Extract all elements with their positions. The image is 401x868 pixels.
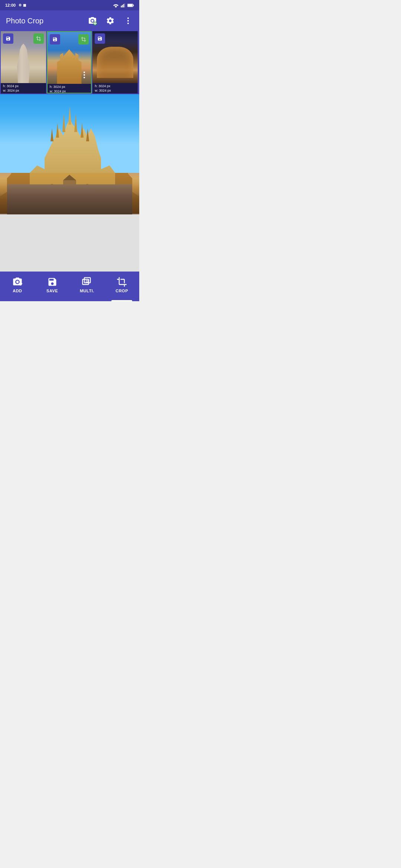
svg-point-10: [127, 23, 129, 24]
save-badge: [3, 33, 13, 44]
svg-rect-3: [124, 3, 125, 7]
svg-rect-0: [121, 6, 122, 7]
thumbnail-info: h: 3024 pxw: 3024 px: [92, 83, 138, 93]
multi-icon: [82, 277, 92, 287]
status-time: 12:00 ⚙ ▦: [5, 3, 26, 7]
svg-rect-6: [133, 4, 134, 6]
app-bar: Photo Crop: [0, 10, 139, 31]
svg-rect-21: [63, 180, 76, 203]
nav-add[interactable]: ADD: [0, 272, 35, 301]
thumbnail-item[interactable]: h: 3024 pxw: 3024 px: [1, 31, 46, 93]
cathedral-svg: [0, 94, 139, 214]
more-options-button[interactable]: [121, 13, 136, 28]
thumbnail-strip: h: 3024 pxw: 3024 px h: 3024 pxw: 3024 p…: [0, 31, 139, 94]
nav-crop[interactable]: CROP: [104, 272, 139, 301]
crop-badge: [78, 34, 89, 45]
save-badge: [50, 34, 60, 45]
settings-button[interactable]: [103, 13, 118, 28]
save-icon: [47, 277, 58, 287]
signal-icon: [120, 3, 125, 7]
save-badge: [95, 33, 105, 44]
crop-icon: [117, 277, 127, 287]
content-area: [0, 94, 139, 301]
nav-multi[interactable]: MULTI.: [70, 272, 105, 301]
thumbnail-more-button[interactable]: [80, 70, 89, 80]
more-vertical-icon: [124, 16, 133, 25]
add-photo-icon: [12, 277, 23, 287]
nav-save[interactable]: SAVE: [35, 272, 70, 301]
nav-add-label: ADD: [13, 289, 22, 293]
svg-rect-12: [0, 214, 139, 214]
nav-crop-label: CROP: [115, 289, 128, 293]
thumbnail-dimensions: h: 3024 pxw: 3024 px: [3, 84, 19, 93]
thumbnail-item[interactable]: h: 3024 pxw: 3024 px: [92, 31, 138, 93]
battery-icon: [127, 3, 134, 7]
add-icon-svg: [12, 277, 23, 287]
main-image: [0, 94, 139, 214]
svg-point-24: [83, 184, 92, 199]
status-bar: 12:00 ⚙ ▦: [0, 0, 139, 10]
wifi-icon: [113, 3, 118, 7]
add-photo-button[interactable]: [85, 13, 100, 28]
svg-rect-2: [123, 4, 124, 7]
svg-point-8: [127, 17, 129, 19]
thumbnail-info: h: 3024 pxw: 3024 px: [1, 83, 46, 93]
main-preview: [0, 94, 139, 214]
svg-rect-1: [122, 5, 123, 7]
svg-point-23: [48, 184, 56, 199]
bottom-nav: ADD SAVE MULTI. CROP: [0, 272, 139, 301]
nav-save-label: SAVE: [46, 289, 58, 293]
thumbnail-dimensions: h: 3024 pxw: 3024 px: [95, 84, 111, 93]
status-icons: [113, 3, 134, 7]
save-icon-svg: [47, 277, 58, 287]
thumbnail-item[interactable]: h: 3024 pxw: 3024 px: [47, 31, 92, 93]
add-photo-icon: [88, 16, 97, 25]
crop-badge: [33, 33, 44, 44]
multi-icon-svg: [82, 277, 92, 287]
settings-icon: [106, 16, 115, 25]
nav-multi-label: MULTI.: [80, 289, 94, 293]
thumbnail-dimensions: h: 3024 pxw: 3024 px: [50, 85, 66, 93]
crop-icon-svg: [117, 277, 127, 287]
app-title: Photo Crop: [6, 17, 82, 25]
svg-rect-5: [128, 4, 133, 6]
svg-point-9: [127, 20, 129, 22]
thumbnail-info: h: 3024 pxw: 3024 px: [48, 84, 91, 93]
